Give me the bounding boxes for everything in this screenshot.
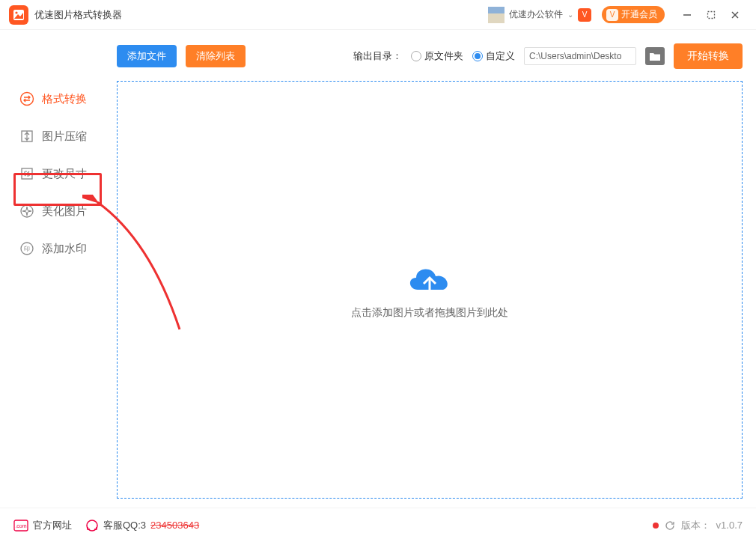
annotation-highlight-box: [13, 173, 102, 206]
update-dot-icon: [653, 523, 659, 529]
customer-qq-link[interactable]: 客服QQ:3234503643: [85, 519, 199, 532]
svg-point-1: [15, 11, 17, 13]
beautify-icon: [19, 204, 34, 219]
minimize-button[interactable]: [678, 6, 696, 24]
maximize-button[interactable]: [702, 6, 720, 24]
app-logo-icon: [9, 5, 28, 25]
user-block[interactable]: 优速办公软件 ⌄ V: [488, 7, 591, 23]
open-vip-label: 开通会员: [621, 8, 657, 21]
start-convert-button[interactable]: 开始转换: [674, 43, 743, 69]
title-bar: 优速图片格式转换器 优速办公软件 ⌄ V V 开通会员: [0, 0, 756, 30]
status-bar: .com 官方网址 客服QQ:3234503643 版本： v1.0.7: [0, 508, 756, 542]
svg-text:.com: .com: [15, 523, 26, 529]
close-button[interactable]: [726, 6, 744, 24]
official-site-link[interactable]: .com 官方网址: [13, 519, 72, 532]
app-title: 优速图片格式转换器: [34, 8, 122, 22]
qq-number: 234503643: [150, 520, 199, 531]
sidebar-item-label: 添加水印: [42, 242, 87, 256]
toolbar: 添加文件 清除列表 输出目录： 原文件夹 自定义 开始转换: [117, 39, 743, 73]
radio-custom-label: 自定义: [486, 49, 515, 63]
chevron-down-icon: ⌄: [567, 10, 573, 19]
qq-label: 客服QQ:3: [103, 519, 146, 532]
avatar: [488, 7, 504, 23]
radio-original-folder[interactable]: 原文件夹: [411, 49, 463, 63]
user-name: 优速办公软件: [509, 8, 563, 21]
open-vip-button[interactable]: V 开通会员: [602, 6, 665, 23]
radio-custom-folder[interactable]: 自定义: [472, 49, 515, 63]
sidebar-item-watermark[interactable]: 印 添加水印: [0, 232, 114, 265]
radio-icon: [411, 51, 421, 61]
sidebar-item-label: 图片压缩: [42, 130, 87, 144]
refresh-icon[interactable]: [665, 520, 675, 531]
vip-badge-icon: V: [578, 8, 591, 22]
sidebar-item-image-compress[interactable]: 图片压缩: [0, 120, 114, 153]
svg-text:印: 印: [24, 246, 30, 252]
sidebar-item-label: 格式转换: [42, 92, 87, 106]
output-dir-label: 输出目录：: [353, 49, 402, 63]
convert-icon: [19, 91, 34, 106]
drop-zone-text: 点击添加图片或者拖拽图片到此处: [351, 306, 508, 320]
version-label: 版本：: [681, 519, 710, 532]
sidebar: 格式转换 图片压缩 更改尺寸 美化图片 印 添加水印: [0, 30, 114, 508]
svg-point-6: [21, 93, 34, 106]
watermark-icon: 印: [19, 241, 34, 256]
clear-list-button[interactable]: 清除列表: [186, 45, 246, 67]
version-block: 版本： v1.0.7: [653, 519, 743, 532]
radio-selected-icon: [472, 51, 483, 61]
vip-icon: V: [606, 9, 618, 21]
content-area: 添加文件 清除列表 输出目录： 原文件夹 自定义 开始转换: [114, 30, 756, 508]
official-site-label: 官方网址: [33, 519, 72, 532]
compress-icon: [19, 129, 34, 144]
sidebar-item-format-convert[interactable]: 格式转换: [0, 82, 114, 115]
svg-rect-3: [708, 11, 715, 18]
headset-icon: [85, 519, 99, 532]
website-icon: .com: [13, 520, 28, 532]
output-path-input[interactable]: [524, 47, 636, 65]
version-value: v1.0.7: [716, 520, 743, 531]
add-file-button[interactable]: 添加文件: [117, 45, 177, 67]
browse-folder-button[interactable]: [645, 47, 665, 65]
radio-original-label: 原文件夹: [424, 49, 463, 63]
sidebar-item-label: 美化图片: [42, 204, 87, 219]
drop-zone[interactable]: 点击添加图片或者拖拽图片到此处: [117, 81, 743, 499]
cloud-upload-icon: [403, 260, 457, 299]
